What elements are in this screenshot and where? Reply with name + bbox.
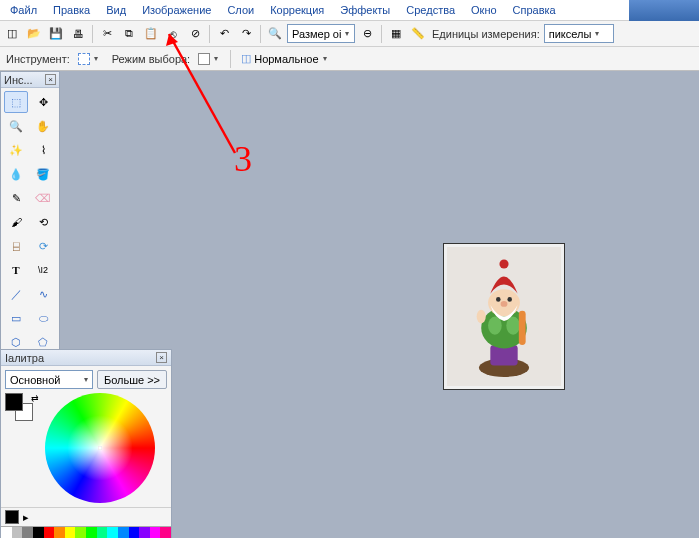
tools-title-text: Инс...	[4, 74, 33, 86]
rect-tool[interactable]: ▭	[4, 307, 28, 329]
svg-rect-6	[519, 311, 526, 345]
move-tool[interactable]: ✥	[31, 91, 55, 113]
svg-point-12	[477, 310, 486, 324]
color-swatch[interactable]	[118, 527, 129, 538]
new-button[interactable]: ◫	[2, 24, 22, 44]
color-swatch[interactable]	[107, 527, 118, 538]
menu-edit[interactable]: Правка	[45, 2, 98, 18]
zoom-out-button[interactable]: ⊖	[357, 24, 377, 44]
menu-adjust[interactable]: Коррекция	[262, 2, 332, 18]
svg-point-9	[507, 297, 512, 302]
color-swatch[interactable]	[22, 527, 33, 538]
text2-tool[interactable]: \I2	[31, 259, 55, 281]
color-swatch[interactable]	[75, 527, 86, 538]
color-swatch[interactable]	[97, 527, 108, 538]
tool-label: Инструмент:	[4, 53, 72, 65]
zoom-button[interactable]: 🔍	[265, 24, 285, 44]
curve-tool[interactable]: ∿	[31, 283, 55, 305]
bucket-tool[interactable]: 🪣	[31, 163, 55, 185]
tool-swatch[interactable]	[78, 53, 90, 65]
menu-window[interactable]: Окно	[463, 2, 505, 18]
menu-file[interactable]: Файл	[2, 2, 45, 18]
eraser-tool[interactable]: ⌫	[31, 187, 55, 209]
menu-image[interactable]: Изображение	[134, 2, 219, 18]
chevron-down-icon: ▾	[323, 54, 327, 63]
close-icon[interactable]: ×	[45, 74, 56, 85]
size-combo[interactable]: Размер оі ▾	[287, 24, 355, 43]
print-button[interactable]: 🖶	[68, 24, 88, 44]
cut-button[interactable]: ✂	[97, 24, 117, 44]
units-value: пикселы	[549, 28, 592, 40]
select-tool[interactable]: ⬚	[4, 91, 28, 113]
swap-colors-icon[interactable]: ⇄	[31, 393, 39, 403]
palette-category-combo[interactable]: Основной ▾	[5, 370, 93, 389]
save-button[interactable]: 💾	[46, 24, 66, 44]
lasso-tool[interactable]: ⌇	[31, 139, 55, 161]
menu-view[interactable]: Вид	[98, 2, 134, 18]
mode-swatch[interactable]	[198, 53, 210, 65]
chevron-down-icon[interactable]: ▾	[94, 54, 98, 63]
menu-effects[interactable]: Эффекты	[332, 2, 398, 18]
image-content	[447, 247, 561, 386]
line-tool[interactable]: ／	[4, 283, 28, 305]
palette-more-button[interactable]: Больше >>	[97, 370, 167, 389]
units-combo[interactable]: пикселы ▾	[544, 24, 614, 43]
color-strip[interactable]	[1, 526, 171, 538]
color-swatch[interactable]	[12, 527, 23, 538]
add-color-icon[interactable]: ▸	[23, 511, 29, 524]
color-swatch[interactable]	[44, 527, 55, 538]
tools-panel-title: Инс... ×	[1, 72, 59, 88]
grid-button[interactable]: ▦	[386, 24, 406, 44]
color-swatch[interactable]	[1, 527, 12, 538]
brush-tool[interactable]: 🖌	[4, 211, 28, 233]
redo-button[interactable]: ↷	[236, 24, 256, 44]
image-window[interactable]	[443, 243, 565, 390]
hand-tool[interactable]: ✋	[31, 115, 55, 137]
svg-point-5	[506, 317, 520, 335]
window-chrome	[629, 0, 699, 21]
chevron-down-icon[interactable]: ▾	[214, 54, 218, 63]
crop-button[interactable]: ⎋	[163, 24, 183, 44]
separator	[260, 25, 261, 43]
svg-point-11	[499, 260, 508, 269]
ellipse-tool[interactable]: ⬭	[31, 307, 55, 329]
fg-color[interactable]	[5, 393, 23, 411]
wand-tool[interactable]: ✨	[4, 139, 28, 161]
stamp-tool[interactable]: ⌸	[4, 235, 28, 257]
color-wheel[interactable]	[45, 393, 155, 503]
menu-tools[interactable]: Средства	[398, 2, 463, 18]
open-button[interactable]: 📂	[24, 24, 44, 44]
tool-options-bar: Инструмент: ▾ Режим выбора: ▾ ◫ Нормальн…	[0, 47, 699, 71]
svg-point-10	[501, 301, 508, 307]
deselect-button[interactable]: ⊘	[185, 24, 205, 44]
palette-panel: Іалитра × Основной ▾ Больше >> ⇄ ▸	[0, 349, 172, 538]
color-swatch[interactable]	[86, 527, 97, 538]
color-swatch[interactable]	[54, 527, 65, 538]
selection-mode-label: Режим выбора:	[110, 53, 192, 65]
fg-bg-swatches[interactable]: ⇄	[5, 393, 39, 427]
blend-combo[interactable]: ◫ Нормальное ▾	[237, 49, 330, 68]
pencil-tool[interactable]: ✎	[4, 187, 28, 209]
eyedropper-tool[interactable]: 💧	[4, 163, 28, 185]
recolor-tool[interactable]: ⟳	[31, 235, 55, 257]
text-tool[interactable]: T	[4, 259, 28, 281]
color-swatch[interactable]	[160, 527, 171, 538]
color-swatch[interactable]	[139, 527, 150, 538]
current-color[interactable]	[5, 510, 19, 524]
color-swatch[interactable]	[129, 527, 140, 538]
ruler-button[interactable]: 📏	[408, 24, 428, 44]
palette-category-value: Основной	[10, 374, 60, 386]
menu-layers[interactable]: Слои	[219, 2, 262, 18]
undo-button[interactable]: ↶	[214, 24, 234, 44]
color-swatch[interactable]	[65, 527, 76, 538]
clone-tool[interactable]: ⟲	[31, 211, 55, 233]
svg-point-4	[488, 317, 502, 335]
color-swatch[interactable]	[150, 527, 161, 538]
close-icon[interactable]: ×	[156, 352, 167, 363]
size-label: Размер оі	[292, 28, 341, 40]
paste-button[interactable]: 📋	[141, 24, 161, 44]
color-swatch[interactable]	[33, 527, 44, 538]
menu-help[interactable]: Справка	[505, 2, 564, 18]
copy-button[interactable]: ⧉	[119, 24, 139, 44]
zoom-tool[interactable]: 🔍	[4, 115, 28, 137]
